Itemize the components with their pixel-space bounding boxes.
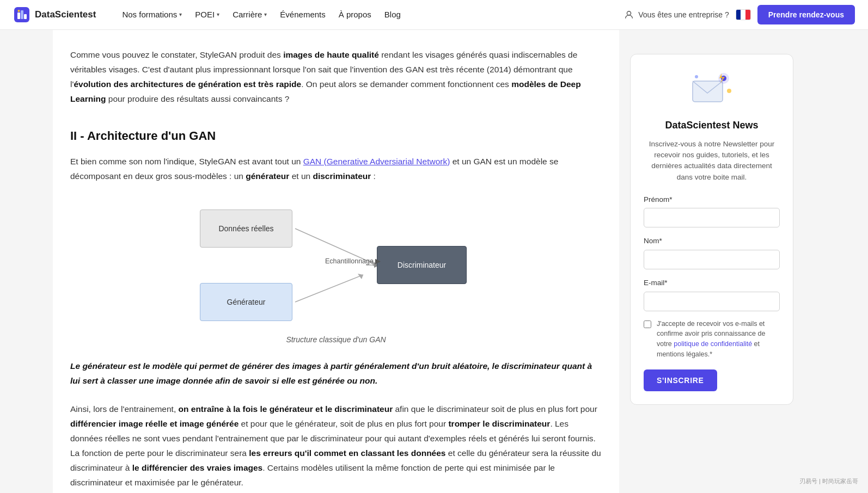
section-intro-paragraph: Et bien comme son nom l'indique, StyleGA… — [70, 154, 602, 183]
privacy-link[interactable]: politique de confidentialité — [674, 340, 752, 348]
diagram-label-echantillonnage: Echantillonnage ▶ — [325, 256, 381, 267]
prenom-group: Prénom* — [644, 194, 780, 228]
nav-links: Nos formations ▾ POEI ▾ Carrière ▾ Événe… — [117, 5, 621, 24]
box-generateur: Générateur — [200, 283, 292, 321]
logo-text: DataScientest — [35, 7, 96, 22]
rendez-vous-button[interactable]: Prendre rendez-vous — [757, 5, 855, 24]
newsletter-illustration — [690, 70, 733, 108]
nav-logo[interactable]: DataScientest — [13, 6, 96, 23]
svg-rect-2 — [21, 10, 23, 19]
box-discriminateur: Discriminateur — [377, 246, 467, 284]
consent-row: J'accepte de recevoir vos e-mails et con… — [644, 319, 780, 360]
section-title: II - Architecture d'un GAN — [70, 126, 602, 145]
nav-item-apropos[interactable]: À propos — [333, 5, 377, 24]
enterprise-link[interactable]: Vous êtes une entreprise ? — [624, 9, 729, 21]
nav-item-formations[interactable]: Nos formations ▾ — [117, 5, 187, 24]
nav-item-blog[interactable]: Blog — [379, 5, 406, 24]
chevron-down-icon: ▾ — [179, 10, 182, 19]
newsletter-icon — [690, 67, 733, 111]
svg-point-5 — [627, 11, 631, 15]
email-label: E-mail* — [644, 277, 780, 289]
nav-right: Vous êtes une entreprise ? Prendre rende… — [624, 5, 855, 24]
svg-point-18 — [727, 89, 731, 93]
main-content: Comme vous pouvez le constater, StyleGAN… — [53, 30, 619, 493]
svg-rect-3 — [24, 14, 27, 19]
intro-paragraph: Comme vous pouvez le constater, StyleGAN… — [70, 47, 602, 107]
sidebar: DataScientest News Inscrivez-vous à notr… — [619, 30, 804, 493]
diagram-caption: Structure classique d'un GAN — [70, 334, 602, 346]
newsletter-title: DataScientest News — [644, 118, 780, 133]
navbar: DataScientest Nos formations ▾ POEI ▾ Ca… — [0, 0, 868, 30]
newsletter-card: DataScientest News Inscrivez-vous à notr… — [630, 54, 793, 405]
prenom-input[interactable] — [644, 208, 780, 227]
subscribe-button[interactable]: S'INSCRIRE — [644, 369, 717, 391]
enterprise-icon — [624, 10, 634, 20]
svg-rect-1 — [17, 13, 20, 19]
consent-checkbox[interactable] — [644, 321, 651, 328]
nom-label: Nom* — [644, 235, 780, 247]
prenom-label: Prénom* — [644, 194, 780, 206]
email-input[interactable] — [644, 292, 780, 311]
chevron-down-icon: ▾ — [217, 10, 219, 19]
nav-item-evenements[interactable]: Événements — [274, 5, 331, 24]
box-donnees-reelles: Données réelles — [200, 209, 292, 248]
svg-line-8 — [295, 275, 363, 302]
nav-item-carriere[interactable]: Carrière ▾ — [227, 5, 272, 24]
watermark: 刃易号 | 时尚玩家岳哥 — [799, 477, 858, 486]
page-wrapper: Comme vous pouvez le constater, StyleGAN… — [53, 0, 815, 493]
training-paragraph: Ainsi, lors de l'entrainement, on entraî… — [70, 402, 602, 490]
nav-item-poei[interactable]: POEI ▾ — [190, 5, 225, 24]
gan-diagram-container: Données réelles Générateur Discriminateu… — [70, 199, 602, 329]
nom-input[interactable] — [644, 250, 780, 269]
svg-marker-9 — [358, 274, 363, 279]
chevron-down-icon: ▾ — [264, 10, 267, 19]
blockquote-generateur: Le générateur est le modèle qui permet d… — [70, 359, 602, 388]
logo-icon — [13, 6, 30, 23]
gan-link[interactable]: GAN (Generative Adversiarial Network) — [303, 157, 450, 166]
svg-point-17 — [695, 75, 698, 78]
email-group: E-mail* — [644, 277, 780, 311]
newsletter-description: Inscrivez-vous à notre Newsletter pour r… — [644, 139, 780, 183]
nom-group: Nom* — [644, 235, 780, 269]
language-flag[interactable] — [736, 9, 751, 20]
consent-label: J'accepte de recevoir vos e-mails et con… — [657, 319, 780, 360]
svg-point-4 — [18, 10, 20, 12]
gan-diagram: Données réelles Générateur Discriminateu… — [194, 199, 478, 329]
